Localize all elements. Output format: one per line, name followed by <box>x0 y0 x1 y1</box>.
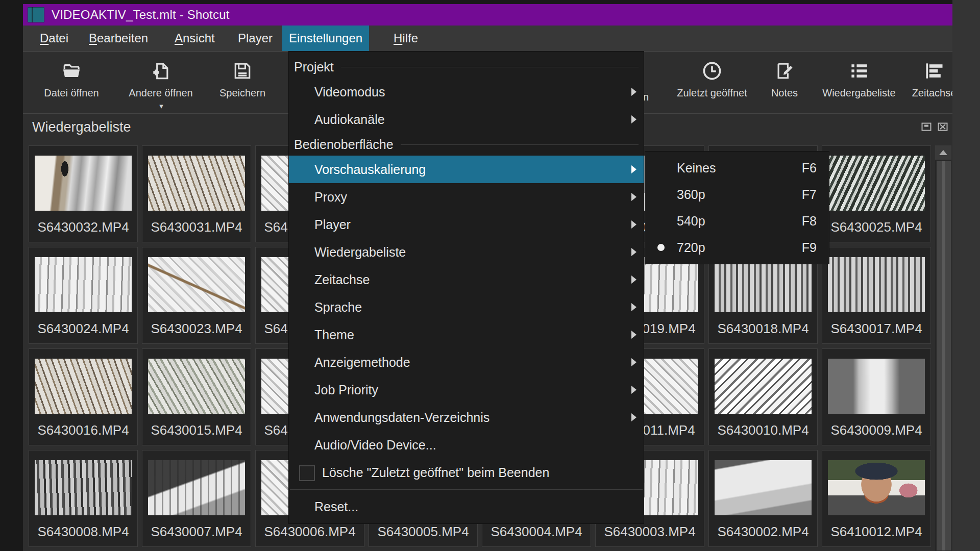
menubar-item-ansicht[interactable]: Ansicht <box>168 26 222 51</box>
menubar-item-hilfe[interactable]: Hilfe <box>387 26 425 51</box>
playlist-item[interactable]: S6430007.MP4 <box>142 450 251 547</box>
submenu-arrow-icon <box>631 88 636 96</box>
video-filename: S6430010.MP4 <box>709 422 817 438</box>
toolbar-button-wiedergabeliste[interactable]: Wiedergabeliste <box>817 56 901 109</box>
video-filename: S6430007.MP4 <box>142 524 251 540</box>
video-filename: S6430031.MP4 <box>142 219 251 235</box>
menu-item-audio-video-device-[interactable]: Audio/Video Device... <box>289 431 644 459</box>
menubar-item-label: Player <box>238 31 273 45</box>
submenu-arrow-icon <box>631 220 636 229</box>
playlist-scrollbar <box>935 145 951 551</box>
video-filename: S6430005.MP4 <box>369 524 477 540</box>
menu-item-theme[interactable]: Theme <box>289 321 644 348</box>
playlist-item[interactable]: S6430024.MP4 <box>29 247 138 344</box>
vorschauskalierung-submenu-popup: KeinesF6360pF7540pF8720pF9 <box>645 151 829 264</box>
video-filename: S6430032.MP4 <box>29 219 137 235</box>
video-thumbnail <box>828 359 925 414</box>
close-panel-icon[interactable] <box>937 120 949 133</box>
submenu-item-label: 540p <box>677 214 705 229</box>
submenu-item-360p[interactable]: 360pF7 <box>645 181 829 208</box>
menu-item-proxy[interactable]: Proxy <box>289 183 644 211</box>
scrollbar-up-arrow[interactable] <box>935 145 951 160</box>
scrollbar-thumb[interactable] <box>936 161 951 551</box>
playlist-item[interactable]: S6430017.MP4 <box>822 247 931 344</box>
submenu-item-540p[interactable]: 540pF8 <box>645 208 829 234</box>
toolbar-button-andere-ffnen[interactable]: Andere öffnen▾ <box>118 56 203 109</box>
video-filename: S6430018.MP4 <box>709 321 817 337</box>
menu-item-player[interactable]: Player <box>289 211 644 238</box>
float-panel-icon[interactable] <box>920 120 933 133</box>
submenu-item-label: 360p <box>677 187 705 202</box>
video-filename: S6430025.MP4 <box>822 219 930 235</box>
playlist-item[interactable]: S6430031.MP4 <box>142 145 251 242</box>
toolbar-button-label: Zuletzt geöffnet <box>677 87 747 99</box>
einstellungen-menu-popup: ProjektVideomodusAudiokanäleBedienoberfl… <box>288 51 644 524</box>
video-filename: S6430023.MP4 <box>142 321 251 337</box>
playlist-item[interactable]: S6430016.MP4 <box>29 348 138 445</box>
menu-item-sprache[interactable]: Sprache <box>289 293 644 321</box>
playlist-item[interactable]: S6430015.MP4 <box>142 348 251 445</box>
notes-icon <box>772 56 797 82</box>
menubar-item-einstellungen[interactable]: Einstellungen <box>282 26 369 51</box>
menubar-item-bearbeiten[interactable]: Bearbeiten <box>82 26 155 51</box>
video-thumbnail <box>148 156 245 211</box>
video-filename: S6430016.MP4 <box>29 422 137 438</box>
menu-separator <box>290 489 643 490</box>
video-filename: S6430006.MP4 <box>256 524 364 540</box>
clock-icon <box>700 56 724 82</box>
shortcut-label: F8 <box>802 214 817 229</box>
submenu-arrow-icon <box>631 358 636 366</box>
menubar-item-datei[interactable]: Datei <box>33 26 75 51</box>
menu-item-label: Proxy <box>314 190 347 205</box>
submenu-item-720p[interactable]: 720pF9 <box>645 234 829 261</box>
menubar-item-player[interactable]: Player <box>231 26 279 51</box>
menu-section-label: Bedienoberfläche <box>294 137 394 152</box>
toolbar-button-zeitachse[interactable]: Zeitachse <box>892 56 952 109</box>
menu-item-zeitachse[interactable]: Zeitachse <box>289 266 644 293</box>
timeline-icon <box>922 56 946 82</box>
menu-item-checkbox[interactable]: Lösche "Zuletzt geöffnet" beim Beenden <box>289 459 644 486</box>
submenu-arrow-icon <box>631 193 636 201</box>
file-plus-icon <box>148 56 174 82</box>
menu-item-videomodus[interactable]: Videomodus <box>289 78 644 106</box>
menu-item-audiokan-le[interactable]: Audiokanäle <box>289 106 644 133</box>
toolbar-button-speichern[interactable]: Speichern <box>200 56 285 109</box>
toolbar-button-label: Datei öffnen <box>44 87 99 99</box>
toolbar-button-notes[interactable]: Notes <box>742 56 827 109</box>
video-thumbnail <box>148 460 245 515</box>
toolbar-button-datei-ffnen[interactable]: Datei öffnen <box>29 56 114 109</box>
menu-item-reset-[interactable]: Reset... <box>289 493 644 520</box>
submenu-item-keines[interactable]: KeinesF6 <box>645 155 829 181</box>
submenu-arrow-icon <box>631 276 636 284</box>
toolbar-button-label: Andere öffnen <box>129 87 192 99</box>
video-thumbnail <box>828 257 925 312</box>
playlist-item[interactable]: S6430032.MP4 <box>29 145 138 242</box>
menu-item-label: Theme <box>314 328 354 342</box>
video-thumbnail <box>715 257 812 312</box>
menubar-item-label: Hilfe <box>394 31 418 45</box>
playlist-item[interactable]: S6430008.MP4 <box>29 450 138 547</box>
menu-section-header: Bedienoberfläche <box>289 133 644 156</box>
menu-item-vorschauskalierung[interactable]: Vorschauskalierung <box>289 156 644 183</box>
menu-item-anwendungsdaten-verzeichnis[interactable]: Anwendungsdaten-Verzeichnis <box>289 404 644 431</box>
playlist-item[interactable]: S6430025.MP4 <box>822 145 931 242</box>
video-filename: S6430002.MP4 <box>709 524 817 540</box>
menu-item-anzeigemethode[interactable]: Anzeigemethode <box>289 348 644 376</box>
toolbar-button-label: Zeitachse <box>912 87 952 99</box>
playlist-item[interactable]: S6410012.MP4 <box>822 450 931 547</box>
shotcut-app-icon[interactable] <box>28 7 44 22</box>
playlist-item[interactable]: S6430002.MP4 <box>708 450 818 547</box>
video-filename: S6430024.MP4 <box>29 321 137 337</box>
playlist-item[interactable]: S6430009.MP4 <box>822 348 931 445</box>
submenu-arrow-icon <box>631 115 636 123</box>
video-thumbnail <box>715 460 812 515</box>
folder-open-icon <box>59 56 84 82</box>
playlist-item[interactable]: S6430023.MP4 <box>142 247 251 344</box>
menu-section-label: Projekt <box>294 60 334 74</box>
video-thumbnail <box>148 257 245 312</box>
menu-item-wiedergabeliste[interactable]: Wiedergabeliste <box>289 238 644 266</box>
menu-item-job-priority[interactable]: Job Priority <box>289 376 644 404</box>
menu-bar: DateiBearbeitenAnsichtPlayerEinstellunge… <box>23 26 952 51</box>
playlist-item[interactable]: S6430010.MP4 <box>708 348 818 445</box>
shortcut-label: F9 <box>802 240 817 255</box>
